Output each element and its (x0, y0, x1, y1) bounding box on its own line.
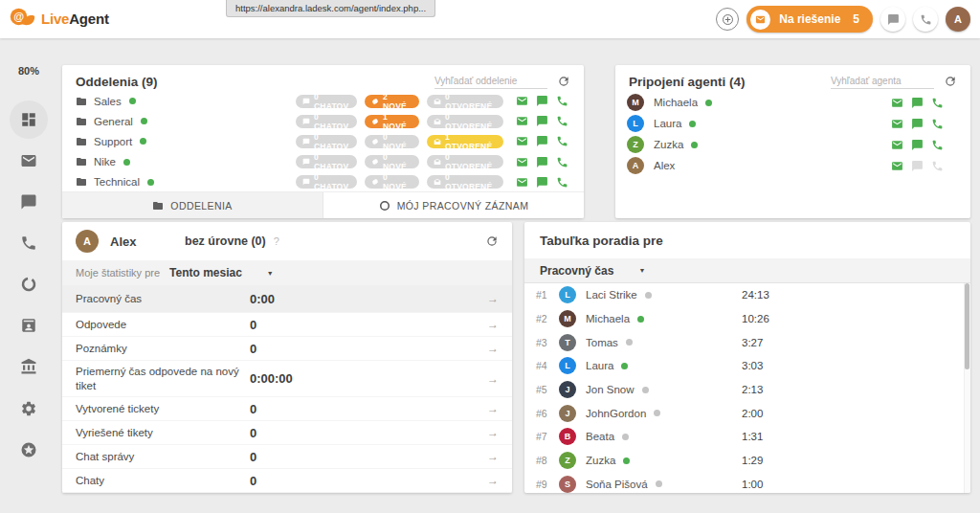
leaderboard-row[interactable]: #6 J JohnGordon 2:00 (524, 401, 964, 425)
arrow-right-icon[interactable]: → (487, 426, 499, 439)
leaderboard-row[interactable]: #4 L Laura 3:03 (524, 354, 964, 378)
mail-icon[interactable] (516, 156, 528, 168)
departments-search-input[interactable] (434, 74, 547, 89)
agent-row[interactable]: M Michaela (615, 92, 970, 113)
agents-search-input[interactable] (831, 74, 934, 89)
period-select[interactable]: Tento mesiac (169, 266, 242, 279)
add-button[interactable] (716, 8, 739, 31)
user-avatar[interactable]: A (946, 7, 970, 32)
chats-badge[interactable]: 0 CHATOV (296, 135, 357, 148)
sidebar-item-dashboard[interactable] (0, 100, 57, 139)
arrow-right-icon[interactable]: → (487, 342, 499, 355)
phone-icon[interactable] (556, 115, 568, 127)
arrow-right-icon[interactable]: → (487, 318, 499, 331)
chat-icon[interactable] (536, 156, 548, 168)
refresh-button[interactable] (557, 75, 570, 88)
phone-icon[interactable] (931, 97, 944, 109)
agent-row[interactable]: A Alex (615, 155, 970, 176)
mail-icon[interactable] (516, 115, 528, 127)
arrow-right-icon[interactable]: → (487, 474, 499, 487)
stat-row[interactable]: Vytvorené tickety 0 → (62, 397, 512, 421)
sidebar-item-billing[interactable] (0, 358, 57, 375)
sidebar-item-tickets[interactable] (0, 152, 57, 169)
sidebar-item-social[interactable] (0, 276, 57, 293)
tab-departments[interactable]: ODDELENIA (62, 192, 323, 218)
stat-row[interactable]: Chat správy 0 → (62, 445, 512, 469)
new-badge[interactable]: 0 NOVÉ (365, 135, 419, 148)
leaderboard-row[interactable]: #1 L Laci Strike 24:13 (524, 283, 964, 307)
chat-icon[interactable] (536, 135, 548, 147)
arrow-right-icon[interactable]: → (487, 292, 499, 305)
department-row[interactable]: Support 0 CHATOV 0 NOVÉ 1 OTVORENÉ (62, 131, 584, 151)
stat-row[interactable]: Poznámky 0 → (62, 337, 512, 361)
chats-badge[interactable]: 0 CHATOV (296, 95, 357, 108)
sidebar-item-settings[interactable] (0, 400, 57, 417)
new-badge[interactable]: 0 NOVÉ (365, 175, 419, 189)
stat-row[interactable]: Pracovný čas 0:00 → (62, 285, 512, 313)
department-row[interactable]: Technical 0 CHATOV 0 NOVÉ 0 OTVORENÉ (62, 172, 584, 192)
new-badge[interactable]: 0 NOVÉ (365, 155, 419, 168)
mail-icon[interactable] (891, 139, 903, 151)
sidebar-item-contacts[interactable] (0, 317, 57, 334)
phone-icon[interactable] (556, 95, 568, 107)
stat-row[interactable]: Vyriešené tikety 0 → (62, 421, 512, 445)
phone-icon[interactable] (556, 176, 568, 189)
open-badge[interactable]: 0 OTVORENÉ (427, 175, 503, 189)
liveagent-logo[interactable]: @ LiveAgent (10, 7, 109, 30)
leaderboard-row[interactable]: #2 M Michaela 10:26 (524, 307, 964, 331)
refresh-button[interactable] (944, 75, 957, 88)
chats-badge[interactable]: 0 CHATOV (296, 175, 357, 189)
chats-badge[interactable]: 0 CHATOV (296, 115, 357, 128)
sidebar-item-more[interactable] (0, 441, 57, 458)
agent-row[interactable]: L Laura (615, 113, 970, 134)
chats-badge[interactable]: 0 CHATOV (296, 155, 357, 168)
open-badge[interactable]: 1 OTVORENÉ (427, 135, 503, 148)
phone-icon[interactable] (931, 139, 944, 151)
leaderboard-row[interactable]: #7 B Beata 1:31 (524, 425, 964, 449)
stat-row[interactable]: Odpovede 0 → (62, 313, 512, 337)
calls-button[interactable] (913, 7, 938, 32)
scrollbar[interactable] (964, 283, 970, 493)
chat-icon[interactable] (911, 97, 924, 109)
open-badge[interactable]: 0 OTVORENÉ (427, 115, 503, 128)
arrow-right-icon[interactable]: → (487, 372, 499, 386)
chevron-down-icon[interactable]: ▼ (267, 270, 274, 277)
leaderboard-row[interactable]: #8 Z Zuzka 1:29 (524, 449, 964, 473)
chat-icon[interactable] (536, 176, 548, 189)
mail-icon[interactable] (891, 118, 903, 130)
chevron-down-icon[interactable]: ▼ (638, 267, 645, 274)
open-badge[interactable]: 0 OTVORENÉ (427, 155, 503, 168)
stat-row[interactable]: Priemerný čas odpovede na nový tiket 0:0… (62, 361, 512, 397)
new-badge[interactable]: 1 NOVÉ (365, 115, 419, 128)
leaderboard-row[interactable]: #9 S Soňa Pišová 1:00 (524, 473, 964, 494)
mail-icon[interactable] (891, 160, 903, 172)
chat-icon[interactable] (536, 115, 548, 127)
metric-select[interactable]: Pracovný čas (540, 264, 613, 278)
help-icon[interactable]: ? (274, 235, 279, 247)
mail-icon[interactable] (516, 135, 528, 147)
tab-my-work-report[interactable]: MÓJ PRACOVNÝ ZÁZNAM (323, 192, 584, 218)
mail-icon[interactable] (516, 95, 528, 107)
refresh-button[interactable] (485, 234, 499, 248)
leaderboard-row[interactable]: #5 J Jon Snow 2:13 (524, 378, 964, 402)
phone-icon[interactable] (556, 135, 568, 147)
chat-icon[interactable] (911, 118, 924, 130)
chats-button[interactable] (880, 7, 905, 32)
agent-row[interactable]: Z Zuzka (615, 134, 970, 155)
stat-row[interactable]: Chaty 0 → (62, 469, 512, 493)
arrow-right-icon[interactable]: → (487, 402, 499, 415)
mail-icon[interactable] (516, 176, 528, 189)
department-row[interactable]: General 0 CHATOV 1 NOVÉ 0 OTVORENÉ (62, 111, 584, 131)
phone-icon[interactable] (931, 118, 944, 130)
chat-icon[interactable] (536, 95, 548, 107)
sidebar-item-calls[interactable] (0, 234, 57, 252)
scrollbar-thumb[interactable] (965, 283, 969, 369)
new-badge[interactable]: 2 NOVÉ (365, 95, 419, 108)
phone-icon[interactable] (556, 156, 568, 168)
arrow-right-icon[interactable]: → (487, 450, 499, 463)
open-badge[interactable]: 0 OTVORENÉ (427, 95, 503, 108)
sidebar-item-chats[interactable] (0, 193, 57, 211)
department-row[interactable]: Sales 0 CHATOV 2 NOVÉ 0 OTVORENÉ (62, 91, 584, 111)
to-solve-button[interactable]: Na riešenie 5 (746, 6, 873, 33)
leaderboard-row[interactable]: #3 T Tomas 3:27 (524, 330, 964, 354)
